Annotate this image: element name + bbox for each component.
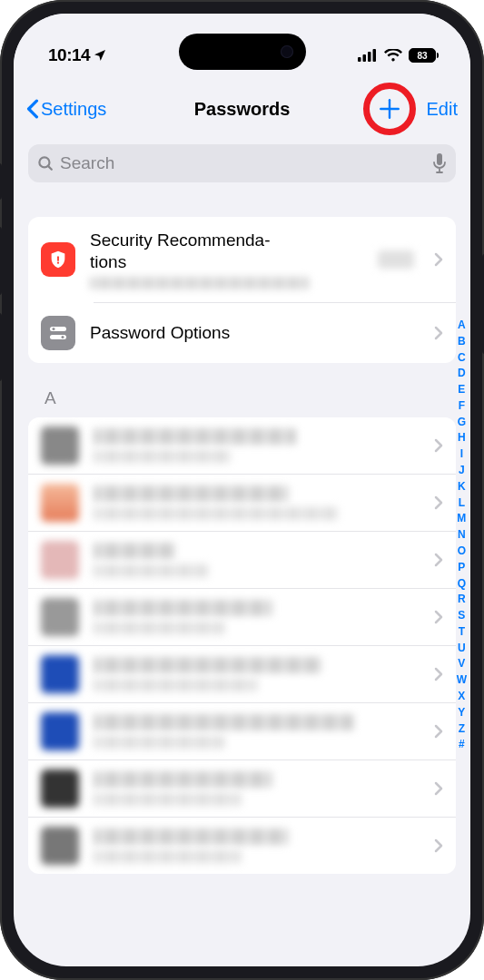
alpha-letter[interactable]: L xyxy=(457,496,467,511)
alpha-letter[interactable]: T xyxy=(457,625,467,640)
highlight-circle xyxy=(363,83,416,135)
list-item[interactable] xyxy=(28,417,456,475)
security-label: Security Recommenda- tions xyxy=(90,230,363,273)
chevron-right-icon xyxy=(434,495,443,510)
battery-icon: 83 xyxy=(409,48,436,63)
volume-down-button xyxy=(0,313,2,381)
alpha-letter[interactable]: I xyxy=(457,447,467,462)
alpha-letter[interactable]: E xyxy=(457,383,467,397)
add-button[interactable] xyxy=(365,84,414,133)
back-button[interactable]: Settings xyxy=(26,99,106,120)
mute-switch xyxy=(0,163,2,200)
content-area: Security Recommenda- tions Password Opti… xyxy=(14,191,470,874)
alpha-letter[interactable]: O xyxy=(457,544,467,559)
blurred-subtitle xyxy=(94,564,208,577)
svg-rect-3 xyxy=(373,49,377,62)
front-camera xyxy=(281,45,293,58)
nav-bar: Settings Passwords Edit xyxy=(14,77,470,144)
list-item[interactable] xyxy=(28,646,456,703)
wifi-icon xyxy=(384,49,402,63)
list-item[interactable] xyxy=(28,532,456,589)
cellular-icon xyxy=(358,49,378,62)
search-input[interactable]: Search xyxy=(28,144,456,182)
blurred-title xyxy=(94,657,321,673)
alpha-letter[interactable]: K xyxy=(457,480,467,495)
blurred-subtitle xyxy=(94,679,257,691)
alpha-letter[interactable]: P xyxy=(457,561,467,575)
alpha-letter[interactable]: R xyxy=(457,593,467,607)
svg-line-7 xyxy=(48,165,52,169)
list-item[interactable] xyxy=(28,818,456,874)
blurred-title xyxy=(94,600,272,616)
list-item[interactable] xyxy=(28,589,456,646)
chevron-right-icon xyxy=(434,667,443,681)
alpha-letter[interactable]: J xyxy=(457,464,467,478)
battery-percent: 83 xyxy=(417,51,427,61)
blurred-detail xyxy=(90,277,309,289)
password-options-row[interactable]: Password Options xyxy=(28,303,456,363)
alpha-letter[interactable]: Y xyxy=(457,706,467,720)
security-icon xyxy=(41,242,75,277)
list-item[interactable] xyxy=(28,703,456,760)
alpha-letter[interactable]: A xyxy=(457,318,467,333)
site-icon xyxy=(41,484,79,522)
edit-button[interactable]: Edit xyxy=(427,99,458,120)
alpha-letter[interactable]: X xyxy=(457,690,467,704)
password-list xyxy=(28,417,456,874)
alpha-letter[interactable]: N xyxy=(457,528,467,543)
blurred-subtitle xyxy=(94,736,224,749)
phone-frame: 10:14 83 xyxy=(0,0,484,980)
alpha-letter[interactable]: F xyxy=(457,399,467,414)
svg-rect-2 xyxy=(368,52,371,62)
svg-rect-1 xyxy=(363,54,367,62)
alpha-letter[interactable]: B xyxy=(457,335,467,349)
blurred-title xyxy=(94,485,289,502)
alpha-letter[interactable]: C xyxy=(457,351,467,366)
blurred-subtitle xyxy=(94,622,224,634)
screen: 10:14 83 xyxy=(14,14,470,966)
site-icon xyxy=(41,712,79,750)
list-item[interactable] xyxy=(28,475,456,532)
chevron-right-icon xyxy=(434,553,443,567)
location-icon xyxy=(93,48,107,63)
options-label: Password Options xyxy=(90,322,420,344)
settings-card: Security Recommenda- tions Password Opti… xyxy=(28,217,456,363)
list-item[interactable] xyxy=(28,760,456,818)
page-title: Passwords xyxy=(194,99,291,120)
alpha-letter[interactable]: S xyxy=(457,609,467,623)
alpha-letter[interactable]: # xyxy=(457,738,467,752)
site-icon xyxy=(41,541,79,579)
alpha-letter[interactable]: H xyxy=(457,431,467,446)
svg-rect-8 xyxy=(437,153,442,165)
chevron-right-icon xyxy=(434,781,443,796)
alpha-letter[interactable]: V xyxy=(457,657,467,671)
alpha-letter[interactable]: G xyxy=(457,416,467,430)
alpha-letter[interactable]: Q xyxy=(457,577,467,592)
microphone-icon[interactable] xyxy=(432,153,447,173)
alpha-letter[interactable]: D xyxy=(457,367,467,381)
alpha-letter[interactable]: W xyxy=(457,673,467,688)
chevron-right-icon xyxy=(434,610,443,624)
blurred-title xyxy=(94,714,354,730)
svg-point-9 xyxy=(57,261,59,263)
svg-point-13 xyxy=(62,336,64,338)
blurred-title xyxy=(94,543,175,559)
blurred-title xyxy=(94,771,272,788)
volume-up-button xyxy=(0,227,2,295)
chevron-right-icon xyxy=(434,838,443,853)
chevron-right-icon xyxy=(434,438,443,453)
site-icon xyxy=(41,827,79,865)
blurred-subtitle xyxy=(94,450,231,463)
blurred-subtitle xyxy=(94,793,241,806)
chevron-right-icon xyxy=(434,252,443,267)
alpha-letter[interactable]: Z xyxy=(457,722,467,737)
blurred-subtitle xyxy=(94,850,241,863)
alpha-letter[interactable]: M xyxy=(457,512,467,526)
blurred-count xyxy=(378,250,414,269)
time-text: 10:14 xyxy=(48,45,90,65)
security-recommendations-row[interactable]: Security Recommenda- tions xyxy=(28,217,456,302)
chevron-left-icon xyxy=(26,99,39,119)
site-icon xyxy=(41,769,79,808)
alpha-letter[interactable]: U xyxy=(457,642,467,656)
alpha-index[interactable]: ABCDEFGHIJKLMNOPQRSTUVWXYZ# xyxy=(457,318,467,752)
